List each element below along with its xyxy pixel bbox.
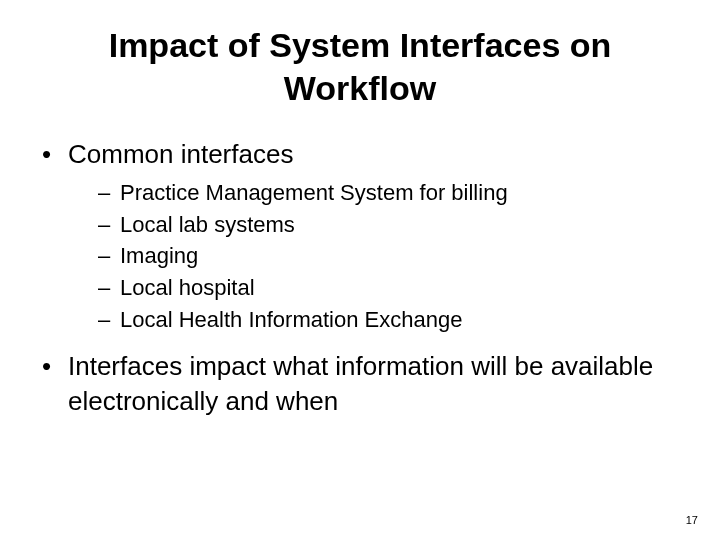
sub-list-item: Imaging <box>98 241 680 271</box>
bullet-list: Common interfaces Practice Management Sy… <box>40 137 680 419</box>
list-item-text: Common interfaces <box>68 139 293 169</box>
sub-list-item: Local hospital <box>98 273 680 303</box>
slide-title: Impact of System Interfaces on Workflow <box>60 24 660 109</box>
sub-list-item-text: Practice Management System for billing <box>120 180 508 205</box>
sub-list: Practice Management System for billing L… <box>98 178 680 334</box>
page-number: 17 <box>686 514 698 526</box>
sub-list-item: Practice Management System for billing <box>98 178 680 208</box>
sub-list-item: Local Health Information Exchange <box>98 305 680 335</box>
sub-list-item: Local lab systems <box>98 210 680 240</box>
list-item: Interfaces impact what information will … <box>40 349 680 419</box>
slide: Impact of System Interfaces on Workflow … <box>0 0 720 540</box>
sub-list-item-text: Imaging <box>120 243 198 268</box>
list-item-text: Interfaces impact what information will … <box>68 351 653 416</box>
list-item: Common interfaces Practice Management Sy… <box>40 137 680 335</box>
sub-list-item-text: Local lab systems <box>120 212 295 237</box>
sub-list-item-text: Local Health Information Exchange <box>120 307 462 332</box>
sub-list-item-text: Local hospital <box>120 275 255 300</box>
